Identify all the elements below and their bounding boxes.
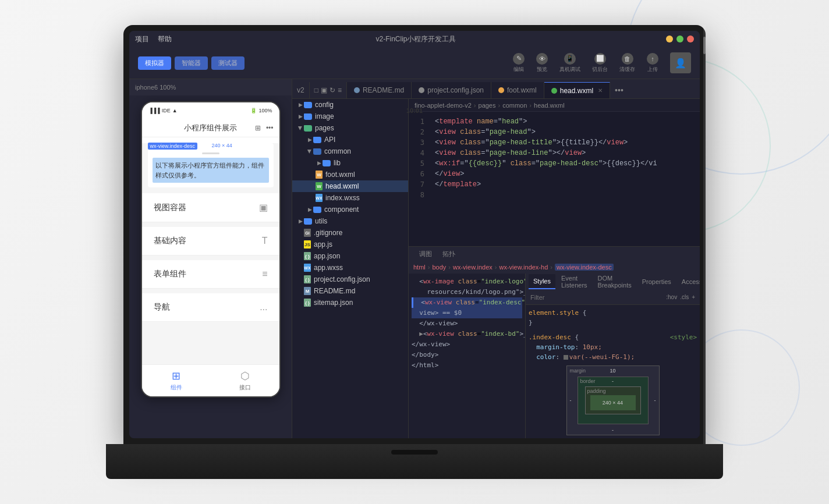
tree-item-sitemap[interactable]: { } sitemap.json <box>292 297 408 308</box>
tree-item-api[interactable]: ▶ API <box>292 134 408 145</box>
new-file-icon[interactable]: □ <box>314 86 318 94</box>
preview-action[interactable]: 👁 预览 <box>536 53 548 73</box>
signal-icon: ▐▐▐ <box>149 108 160 113</box>
styles-tab-access[interactable]: Accessibility <box>677 274 700 289</box>
devtools-html[interactable]: <wx-image class="index-logo" src="../res… <box>409 274 525 438</box>
phone-nav-item-2[interactable]: 基础内容 T <box>142 227 279 255</box>
tab-readme[interactable]: README.md <box>347 82 412 98</box>
collapse-icon[interactable]: ≡ <box>338 86 342 94</box>
elem-html[interactable]: html <box>413 264 426 271</box>
box-margin-bot-val: - <box>612 427 614 433</box>
tree-item-readme[interactable]: M README.md <box>292 285 408 297</box>
tree-item-appjson[interactable]: { } app.json <box>292 250 408 262</box>
readme-filename: README.md <box>314 287 355 295</box>
sitemap-icon: { } <box>304 299 311 307</box>
maximize-button[interactable] <box>676 36 683 42</box>
elem-wx-view-index[interactable]: wx-view.index <box>453 264 493 271</box>
tree-item-component[interactable]: ▶ component <box>292 204 408 215</box>
new-folder-icon[interactable]: ▣ <box>321 86 327 94</box>
battery-icon: 🔋 <box>250 108 257 113</box>
elem-wx-view-index-hd[interactable]: wx-view.index-hd <box>499 264 548 271</box>
menu-item-help[interactable]: 帮助 <box>158 34 172 44</box>
menu-item-project[interactable]: 项目 <box>135 34 149 44</box>
clear-cache-action[interactable]: 🗑 清缓存 <box>619 53 635 73</box>
breadcrumb-root: fino-applet-demo-v2 <box>414 102 472 109</box>
tree-item-head-wxml[interactable]: W head.wxml <box>292 180 408 192</box>
gitignore-icon: GI <box>304 229 311 237</box>
phone-nav-item-3[interactable]: 表单组件 ≡ <box>142 260 279 289</box>
edit-action[interactable]: ✎ 编辑 <box>513 53 525 73</box>
styles-tab-dom[interactable]: DOM Breakpoints <box>593 274 636 289</box>
tree-item-projectconfig[interactable]: { } project.config.json <box>292 274 408 285</box>
code-line-2: <view class="page-head"> <box>435 127 694 137</box>
refresh-icon[interactable]: ↻ <box>330 86 335 94</box>
phone-nav-item-4[interactable]: 导航 ... <box>142 293 279 322</box>
laptop-base <box>106 444 723 479</box>
phone-frame: ▐▐▐ IDE ▲ 10:01 🔋 100% <box>141 101 281 397</box>
code-content[interactable]: <template name="head"> <view class="page… <box>429 112 700 246</box>
utils-filename: utils <box>315 217 327 225</box>
filter-pseudo-btn[interactable]: :hov <box>666 294 677 300</box>
filter-add-btn[interactable]: + <box>692 294 695 300</box>
styles-filter-input[interactable] <box>530 294 663 301</box>
devtools-tab-topology[interactable]: 拓扑 <box>438 247 460 261</box>
tree-item-lib[interactable]: ▶ lib <box>292 157 408 169</box>
filter-cls-btn[interactable]: .cls <box>680 294 689 300</box>
phone-menu-icon[interactable]: ••• <box>266 124 274 132</box>
dv-line-8: </body> <box>412 350 522 360</box>
phone-tab-api[interactable]: ⬡ 接口 <box>211 370 279 392</box>
color-swatch <box>564 355 568 360</box>
close-button[interactable] <box>687 36 694 42</box>
box-margin-label: margin <box>570 368 586 374</box>
tree-item-appwxss[interactable]: WX app.wxss <box>292 262 408 274</box>
tab-project-config[interactable]: project.config.json <box>412 82 491 98</box>
elem-wx-view-index-desc[interactable]: wx-view.index-desc <box>555 264 614 271</box>
breadcrumb: fino-applet-demo-v2 › pages › common › h… <box>409 99 700 112</box>
toolbar-right: ✎ 编辑 👁 预览 📱 真机调试 ⬜ 切后台 <box>513 52 691 73</box>
phone-nav-item-1[interactable]: 视图容器 ▣ <box>142 193 279 222</box>
elem-body[interactable]: body <box>432 264 446 271</box>
device-button[interactable]: 智能器 <box>175 56 208 70</box>
test-button[interactable]: 测试器 <box>211 56 245 70</box>
tab-foot-wxml[interactable]: foot.wxml <box>491 82 544 98</box>
background-action[interactable]: ⬜ 切后台 <box>592 53 608 73</box>
common-folder-icon <box>313 148 321 155</box>
tree-item-appjs[interactable]: JS app.js <box>292 239 408 250</box>
devtools-tab-diagram[interactable]: 调图 <box>414 247 437 261</box>
tree-item-index-wxss[interactable]: WX index.wxss <box>292 192 408 204</box>
box-margin-top-val: 10 <box>610 368 615 374</box>
simulator-btn-group: 模拟器 <box>138 56 171 70</box>
user-avatar[interactable]: 👤 <box>670 52 691 73</box>
tree-item-utils[interactable]: ▶ utils <box>292 215 408 227</box>
styles-tab-event[interactable]: Event Listeners <box>557 274 592 289</box>
phone-tab-components[interactable]: ⊞ 组件 <box>142 370 211 392</box>
component-arrow-icon: ▶ <box>306 206 313 213</box>
devtools-tabs: 调图 拓扑 <box>409 247 700 261</box>
test-btn-group: 测试器 <box>211 56 245 70</box>
styles-rule-index-desc: .index-desc { <style> margin-top: 10px; <box>529 332 697 363</box>
phone-status-right: 🔋 100% <box>250 108 272 113</box>
head-tab-label: head.wxml <box>560 87 593 95</box>
upload-action[interactable]: ↑ 上传 <box>647 53 658 73</box>
tree-item-pages[interactable]: ▶ pages <box>292 122 408 134</box>
styles-tab-props[interactable]: Properties <box>637 274 676 289</box>
phone-expand-icon[interactable]: ⊞ <box>255 124 261 132</box>
code-line-3: <view class="page-head-title">{{title}}<… <box>435 137 694 148</box>
tree-item-gitignore[interactable]: GI .gitignore <box>292 227 408 239</box>
tab-head-wxml[interactable]: head.wxml ✕ <box>544 82 610 98</box>
component-filename: component <box>324 205 359 214</box>
tree-item-image[interactable]: ▶ image <box>292 111 408 122</box>
minimize-button[interactable] <box>666 36 673 42</box>
head-tab-close[interactable]: ✕ <box>598 87 603 94</box>
phone-status-left: ▐▐▐ IDE ▲ <box>149 108 178 113</box>
upload-label: 上传 <box>647 66 658 73</box>
simulator-button[interactable]: 模拟器 <box>138 56 171 70</box>
dv-line-1: <wx-image class="index-logo" src="../res… <box>412 276 522 287</box>
appjson-icon: { } <box>304 252 311 260</box>
tab-more[interactable]: ••• <box>610 82 628 98</box>
tree-item-common[interactable]: ▶ common <box>292 145 408 157</box>
tree-item-foot-wxml[interactable]: W foot.wxml <box>292 169 408 180</box>
device-debug-action[interactable]: 📱 真机调试 <box>559 53 580 73</box>
styles-tab-styles[interactable]: Styles <box>529 274 555 289</box>
tree-item-config[interactable]: ▶ config <box>292 99 408 111</box>
